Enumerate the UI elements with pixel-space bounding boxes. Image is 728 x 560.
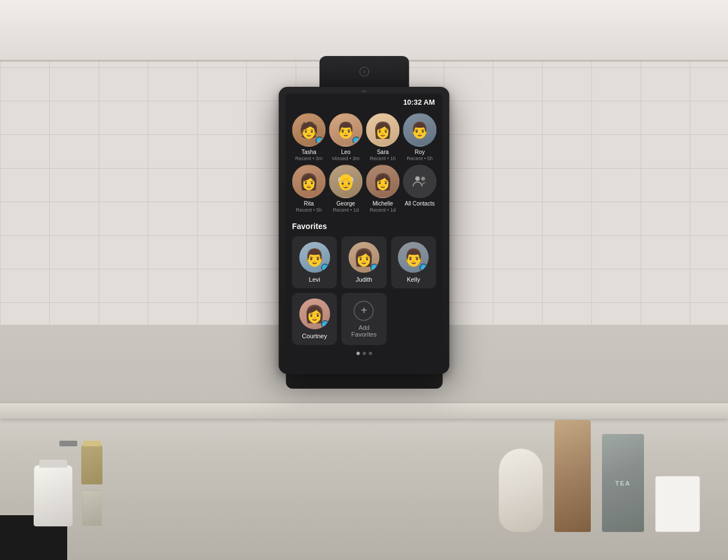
favorite-courtney[interactable]: 👩 ⌂ Courtney (292, 293, 337, 345)
page-dot-3 (368, 352, 372, 355)
recent-contacts-grid: 🧑 ⌂ Tasha Recent • 3m 👨 (292, 113, 436, 213)
kitchen-items-right (498, 420, 700, 532)
white-box (655, 476, 700, 532)
favorite-name-courtney: Courtney (302, 333, 327, 339)
spice-jar-glass (82, 490, 102, 526)
avatar-leo: 👨 ⌂ (329, 113, 363, 147)
avatar-rita: 👩 (292, 165, 326, 198)
kitchen-items-left (34, 445, 102, 526)
contact-name-michelle: Michelle (372, 200, 393, 207)
page-dot-1 (356, 352, 360, 355)
all-contacts-avatar (403, 165, 437, 198)
svg-point-0 (416, 176, 420, 181)
contact-rita[interactable]: 👩 Rita Recent • 5h (292, 165, 326, 213)
home-badge-courtney: ⌂ (321, 320, 329, 328)
home-badge-leo: ⌂ (353, 137, 361, 144)
page-dot-2 (362, 352, 366, 355)
contact-status-tasha: Recent • 3m (295, 156, 323, 161)
favorite-judith[interactable]: 👩 ⌂ Judith (342, 236, 386, 288)
contact-name-george: George (337, 200, 355, 207)
counter-surface (0, 403, 728, 419)
contact-name-leo: Leo (341, 149, 351, 155)
portal-screen: 10:32 AM 🧑 ⌂ (286, 94, 443, 367)
portal-stand (286, 373, 442, 389)
upper-cabinet (0, 0, 728, 62)
contact-leo[interactable]: 👨 ⌂ Leo Missed • 3m (329, 113, 363, 161)
contact-name-tasha: Tasha (301, 149, 316, 155)
avatar-tasha: 🧑 ⌂ (292, 113, 326, 147)
contact-status-rita: Recent • 5h (296, 207, 322, 213)
front-camera (362, 90, 366, 92)
spice-jar-brown (81, 445, 102, 484)
contact-all-contacts[interactable]: All Contacts (403, 165, 437, 213)
tea-tin (602, 434, 644, 532)
favorites-grid: 👨 ⌂ Levi 👩 (292, 236, 436, 345)
page-dots (292, 345, 436, 358)
portal-device: 10:32 AM 🧑 ⌂ (279, 56, 450, 389)
contact-name-rita: Rita (304, 200, 314, 207)
home-badge-levi: ⌂ (321, 264, 329, 272)
favorite-levi[interactable]: 👨 ⌂ Levi (292, 236, 337, 288)
contact-status-leo: Missed • 3m (332, 156, 360, 161)
contact-status-george: Recent • 1d (333, 207, 359, 213)
top-camera (359, 67, 369, 77)
add-icon: + (354, 301, 374, 321)
contact-status-michelle: Recent • 1d (370, 207, 396, 213)
screen-content: 🧑 ⌂ Tasha Recent • 3m 👨 (286, 109, 443, 367)
avatar-judith: 👩 ⌂ (348, 242, 379, 273)
contact-michelle[interactable]: 👩 Michelle Recent • 1d (366, 165, 400, 213)
contact-status-sara: Recent • 1h (370, 156, 396, 161)
favorites-section: Favorites 👨 ⌂ Levi (292, 222, 436, 345)
portal-top-arm (319, 56, 409, 87)
avatar-roy: 👨 (403, 113, 437, 147)
avatar-sara: 👩 (366, 113, 400, 147)
contact-george[interactable]: 👴 George Recent • 1d (329, 165, 363, 213)
home-badge-tasha: ⌂ (316, 137, 324, 144)
portal-bezel: 10:32 AM 🧑 ⌂ (279, 87, 450, 374)
contact-sara[interactable]: 👩 Sara Recent • 1h (366, 113, 400, 161)
favorites-title: Favorites (292, 222, 436, 231)
avatar-george: 👴 (329, 165, 363, 198)
contact-status-roy: Recent • 5h (407, 156, 433, 161)
avatar-courtney: 👩 ⌂ (299, 298, 330, 329)
contact-tasha[interactable]: 🧑 ⌂ Tasha Recent • 3m (292, 113, 326, 161)
status-time: 10:32 AM (403, 98, 435, 106)
status-bar: 10:32 AM (286, 94, 443, 109)
contact-name-sara: Sara (377, 149, 389, 155)
avatar-levi: 👨 ⌂ (299, 242, 330, 273)
favorite-name-kelly: Kelly (407, 276, 420, 283)
contact-name-all: All Contacts (405, 200, 435, 207)
kitchen-background: 10:32 AM 🧑 ⌂ (0, 0, 728, 560)
add-favorites-label: AddFavorites (351, 324, 376, 338)
add-favorites-button[interactable]: + AddFavorites (342, 293, 386, 345)
contact-roy[interactable]: 👨 Roy Recent • 5h (403, 113, 437, 161)
avatar-michelle: 👩 (366, 165, 400, 198)
favorite-name-levi: Levi (309, 276, 320, 283)
contact-name-roy: Roy (415, 149, 425, 155)
avatar-kelly: 👨 ⌂ (398, 242, 429, 273)
white-canister (34, 465, 73, 526)
favorite-name-judith: Judith (356, 276, 372, 283)
brown-vase (554, 420, 591, 532)
home-badge-judith: ⌂ (370, 264, 378, 272)
svg-point-1 (421, 177, 425, 181)
cream-vase (498, 448, 543, 532)
favorite-kelly[interactable]: 👨 ⌂ Kelly (391, 236, 436, 288)
